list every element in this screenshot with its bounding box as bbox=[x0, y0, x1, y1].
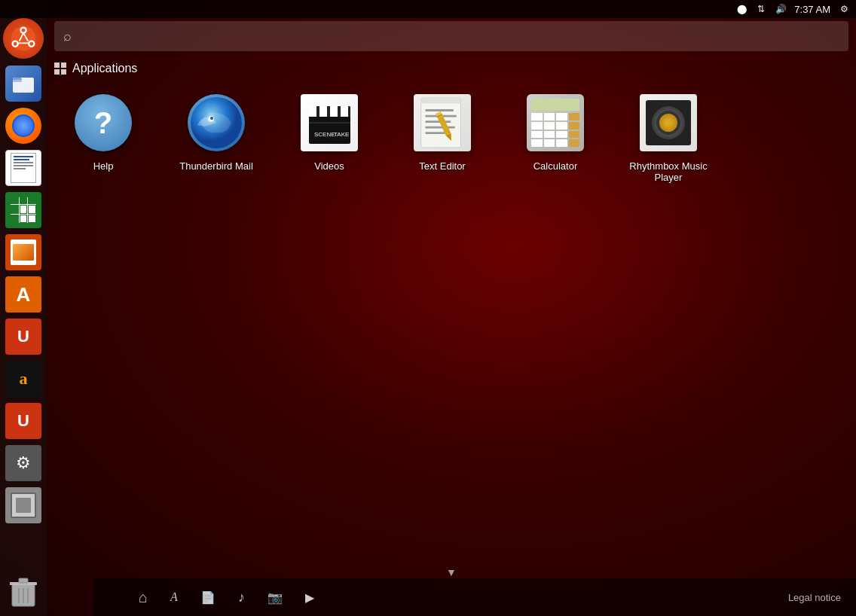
search-input[interactable] bbox=[78, 29, 839, 43]
svg-rect-21 bbox=[319, 106, 327, 117]
svg-rect-22 bbox=[330, 106, 338, 117]
svg-rect-29 bbox=[425, 109, 454, 111]
nav-video[interactable]: ▶ bbox=[305, 590, 314, 605]
search-bar: ⌕ bbox=[54, 21, 848, 51]
launcher-item-impress[interactable] bbox=[3, 232, 44, 273]
launcher-item-file-manager[interactable] bbox=[3, 63, 44, 104]
app-label-videos: Videos bbox=[314, 160, 344, 172]
bottom-nav: ⌂ A 📄 ♪ 📷 ▶ Legal notice bbox=[93, 578, 856, 616]
main-content: ⌕ Applications ? Help bbox=[47, 0, 856, 616]
launcher-item-writer[interactable] bbox=[3, 148, 44, 188]
svg-rect-18 bbox=[309, 112, 350, 144]
launcher-item-software-centre[interactable]: A bbox=[3, 274, 44, 315]
network-icon[interactable]: ⇅ bbox=[755, 3, 767, 15]
launcher-item-system-tools[interactable]: ⚙ bbox=[3, 443, 44, 483]
app-label-thunderbird: Thunderbird Mail bbox=[179, 160, 253, 172]
grid-icon bbox=[54, 63, 66, 75]
app-item-rhythmbox[interactable]: Rhythmbox Music Player bbox=[619, 87, 717, 189]
apps-grid: ? Help bbox=[54, 87, 848, 189]
nav-music[interactable]: ♪ bbox=[238, 590, 245, 605]
bottom-nav-items: ⌂ A 📄 ♪ 📷 ▶ bbox=[139, 589, 314, 606]
svg-text:SCENE: SCENE bbox=[314, 131, 335, 138]
launcher: A U a U ⚙ bbox=[0, 0, 47, 616]
svg-rect-33 bbox=[425, 132, 445, 134]
app-item-thunderbird[interactable]: Thunderbird Mail bbox=[167, 87, 265, 189]
section-title: Applications bbox=[54, 62, 137, 75]
app-item-text-editor[interactable]: Text Editor bbox=[393, 87, 491, 189]
app-label-rhythmbox: Rhythmbox Music Player bbox=[625, 160, 711, 183]
help-icon: ? bbox=[73, 93, 133, 153]
svg-rect-11 bbox=[19, 578, 28, 583]
launcher-item-ubuntu-one-music[interactable]: U bbox=[3, 401, 44, 441]
launcher-item-firefox[interactable] bbox=[3, 105, 44, 146]
svg-rect-23 bbox=[341, 106, 348, 117]
settings-icon[interactable]: ⚙ bbox=[838, 3, 850, 15]
legal-notice[interactable]: Legal notice bbox=[788, 592, 841, 603]
text-editor-icon bbox=[412, 93, 472, 153]
videos-icon: SCENE TAKE bbox=[299, 93, 359, 153]
launcher-item-ubuntu[interactable] bbox=[3, 18, 44, 59]
clock: 7:37 AM bbox=[794, 4, 830, 15]
topbar: ⬤ ⇅ 🔊 7:37 AM ⚙ bbox=[0, 0, 856, 18]
rhythmbox-icon bbox=[638, 93, 699, 153]
app-label-calculator: Calculator bbox=[533, 160, 578, 172]
svg-rect-32 bbox=[425, 127, 455, 129]
app-item-help[interactable]: ? Help bbox=[54, 87, 152, 189]
launcher-item-ubuntu-one[interactable]: U bbox=[3, 316, 44, 357]
svg-rect-31 bbox=[425, 120, 451, 123]
nav-photos[interactable]: 📷 bbox=[268, 590, 283, 605]
thunderbird-icon bbox=[186, 93, 246, 153]
svg-rect-28 bbox=[421, 98, 461, 104]
svg-text:TAKE: TAKE bbox=[334, 131, 349, 138]
calc-buttons bbox=[531, 113, 579, 147]
app-label-text-editor: Text Editor bbox=[419, 160, 465, 172]
nav-files[interactable]: 📄 bbox=[200, 590, 216, 605]
launcher-item-calc[interactable] bbox=[3, 190, 44, 230]
nav-text[interactable]: A bbox=[170, 590, 178, 604]
svg-rect-20 bbox=[309, 106, 316, 117]
calc-display bbox=[531, 99, 579, 111]
launcher-item-trash[interactable] bbox=[3, 572, 44, 613]
app-item-calculator[interactable]: Calculator bbox=[506, 87, 604, 189]
nav-home[interactable]: ⌂ bbox=[139, 589, 148, 606]
app-label-help: Help bbox=[93, 160, 114, 172]
section-title-text: Applications bbox=[72, 62, 137, 75]
scroll-down-arrow[interactable]: ▼ bbox=[446, 566, 457, 578]
launcher-item-backup[interactable] bbox=[3, 485, 44, 526]
launcher-item-amazon[interactable]: a bbox=[3, 358, 44, 399]
search-icon: ⌕ bbox=[63, 29, 72, 44]
topbar-right: ⬤ ⇅ 🔊 7:37 AM ⚙ bbox=[735, 3, 850, 15]
calculator-icon bbox=[525, 93, 585, 153]
app-item-videos[interactable]: SCENE TAKE Videos bbox=[280, 87, 378, 189]
bluetooth-icon[interactable]: ⬤ bbox=[735, 3, 747, 15]
volume-icon[interactable]: 🔊 bbox=[775, 3, 787, 15]
svg-point-17 bbox=[210, 117, 213, 120]
